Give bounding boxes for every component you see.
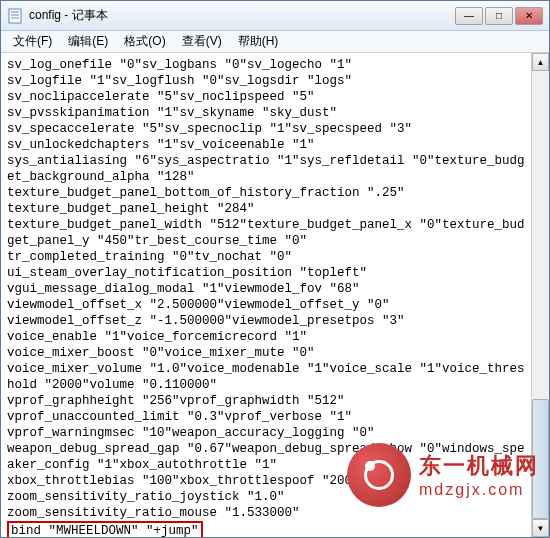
svg-rect-0	[9, 9, 21, 23]
menu-bar: 文件(F) 编辑(E) 格式(O) 查看(V) 帮助(H)	[1, 31, 549, 53]
title-bar[interactable]: config - 记事本 — □ ✕	[1, 1, 549, 31]
close-button[interactable]: ✕	[515, 7, 543, 25]
menu-view[interactable]: 查看(V)	[174, 33, 230, 50]
window-controls: — □ ✕	[455, 7, 543, 25]
watermark-text-group: 东一机械网 mdzgjx.com	[419, 451, 539, 499]
menu-edit[interactable]: 编辑(E)	[60, 33, 116, 50]
window-title: config - 记事本	[29, 7, 455, 24]
watermark-url: mdzgjx.com	[419, 481, 539, 499]
menu-format[interactable]: 格式(O)	[116, 33, 173, 50]
watermark-overlay: 东一机械网 mdzgjx.com	[347, 443, 539, 507]
watermark-cn-text: 东一机械网	[419, 451, 539, 481]
scroll-down-button[interactable]: ▼	[532, 519, 549, 537]
menu-file[interactable]: 文件(F)	[5, 33, 60, 50]
content-area: sv_log_onefile "0"sv_logbans "0"sv_logec…	[1, 53, 549, 537]
watermark-logo-icon	[347, 443, 411, 507]
minimize-button[interactable]: —	[455, 7, 483, 25]
menu-help[interactable]: 帮助(H)	[230, 33, 287, 50]
maximize-button[interactable]: □	[485, 7, 513, 25]
notepad-window: config - 记事本 — □ ✕ 文件(F) 编辑(E) 格式(O) 查看(…	[0, 0, 550, 538]
highlighted-bind-command: bind "MWHEELDOWN" "+jump"	[7, 521, 203, 537]
notepad-icon	[7, 8, 23, 24]
scroll-up-button[interactable]: ▲	[532, 53, 549, 71]
